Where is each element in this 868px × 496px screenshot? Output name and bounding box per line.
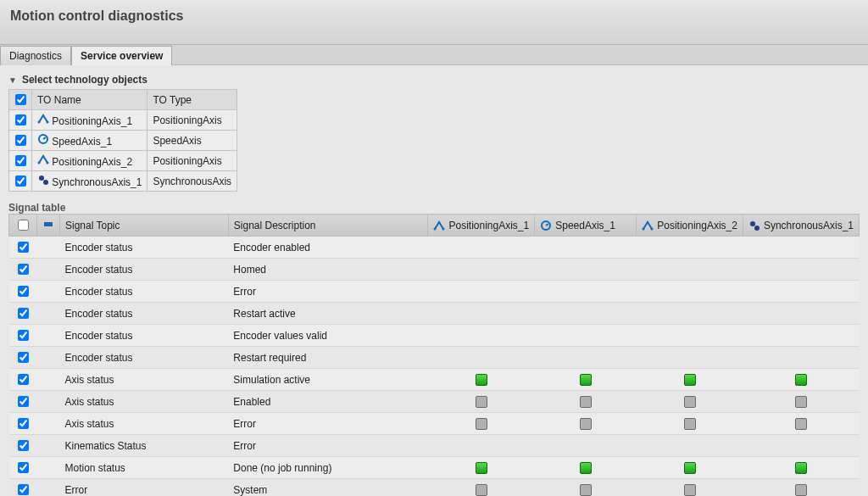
signal-desc-header[interactable]: Signal Description (228, 215, 428, 237)
axis-cell (637, 303, 743, 325)
signal-row-checkbox[interactable] (18, 396, 29, 407)
signal-row-checkbox[interactable] (18, 440, 29, 451)
to-name-cell: PositioningAxis_1 (32, 110, 147, 131)
signal-desc-cell: Error (228, 413, 428, 435)
signal-row-icon (37, 237, 60, 259)
to-type-header[interactable]: TO Type (147, 90, 237, 110)
signal-row-checkbox[interactable] (18, 418, 29, 429)
axis-type-icon (540, 220, 552, 231)
signal-row: Encoder statusRestart required (9, 347, 860, 369)
axis-col-0[interactable]: PositioningAxis_1 (428, 215, 535, 237)
signal-desc-cell: System (228, 479, 428, 497)
status-led-icon (684, 418, 696, 430)
signal-topic-cell: Axis status (60, 413, 229, 435)
signal-row-checkbox[interactable] (18, 308, 29, 319)
signal-row-checkbox[interactable] (18, 286, 29, 297)
signal-row: Encoder statusError (9, 281, 860, 303)
signal-topic-cell: Encoder status (60, 237, 229, 259)
axis-col-2[interactable]: PositioningAxis_2 (637, 215, 743, 237)
axis-cell (428, 325, 535, 347)
to-row-checkbox[interactable] (15, 114, 26, 125)
status-led-icon (580, 374, 592, 386)
axis-cell (743, 237, 859, 259)
to-header-row: TO Name TO Type (9, 90, 237, 110)
to-name-cell: SynchronousAxis_1 (32, 171, 147, 192)
status-led-icon (476, 374, 487, 386)
axis-cell (428, 347, 535, 369)
to-row[interactable]: SynchronousAxis_1SynchronousAxis (9, 171, 237, 192)
signal-row-checkbox[interactable] (18, 242, 29, 253)
axis-type-icon (37, 113, 49, 125)
signal-row-checkbox[interactable] (18, 330, 29, 341)
axis-cell (743, 391, 859, 413)
svg-rect-7 (44, 222, 53, 226)
axis-cell (637, 259, 743, 281)
axis-col-1[interactable]: SpeedAxis_1 (535, 215, 637, 237)
signal-row-checkbox[interactable] (18, 462, 29, 473)
axis-cell (637, 237, 743, 259)
status-led-icon (684, 462, 696, 474)
to-row[interactable]: PositioningAxis_1PositioningAxis (9, 110, 237, 131)
signal-topic-cell: Encoder status (60, 259, 229, 281)
signal-header-row: Signal Topic Signal Description Position… (9, 215, 860, 237)
axis-header-label: SpeedAxis_1 (555, 220, 615, 231)
to-name-cell: PositioningAxis_2 (32, 151, 147, 171)
signal-checkall-checkbox[interactable] (18, 220, 29, 231)
axis-cell (743, 457, 859, 479)
axis-cell (535, 347, 637, 369)
svg-point-0 (38, 121, 41, 124)
axis-cell (535, 435, 637, 457)
signal-desc-cell: Error (228, 435, 428, 457)
axis-header-label: PositioningAxis_1 (448, 220, 529, 231)
to-type-cell: SpeedAxis (147, 131, 237, 151)
axis-cell (535, 281, 637, 303)
signal-row-checkbox[interactable] (18, 484, 29, 495)
axis-header-label: PositioningAxis_2 (657, 220, 737, 231)
to-name-header[interactable]: TO Name (32, 90, 147, 110)
axis-cell (637, 435, 743, 457)
axis-cell (535, 413, 637, 435)
axis-cell (637, 391, 743, 413)
tab-diagnostics[interactable]: Diagnostics (0, 46, 71, 65)
axis-header-label: SynchronousAxis_1 (764, 220, 854, 231)
status-led-icon (580, 418, 592, 430)
tab-service-overview[interactable]: Service overview (71, 46, 172, 65)
axis-cell (743, 413, 859, 435)
status-led-icon (476, 484, 487, 496)
signal-topic-cell: Motion status (60, 457, 229, 479)
signal-desc-cell: Encoder enabled (228, 237, 428, 259)
to-row-checkbox[interactable] (15, 135, 26, 146)
signal-row-icon (37, 369, 60, 391)
to-row-checkbox[interactable] (15, 176, 26, 187)
to-row-checkbox[interactable] (15, 155, 26, 166)
status-led-icon (684, 396, 696, 408)
axis-cell (743, 281, 859, 303)
signal-topic-cell: Kinematics Status (60, 435, 229, 457)
status-led-icon (580, 462, 592, 474)
signal-desc-cell: Homed (228, 259, 428, 281)
axis-cell (637, 347, 743, 369)
signal-row-checkbox[interactable] (18, 264, 29, 275)
signal-row: Axis statusError (9, 413, 860, 435)
signal-row-checkbox[interactable] (18, 374, 29, 385)
signal-topic-header[interactable]: Signal Topic (60, 215, 229, 237)
signal-row-icon (37, 457, 60, 479)
select-to-section-header[interactable]: ▼ Select technology objects (8, 74, 860, 86)
axis-cell (535, 237, 637, 259)
to-type-cell: PositioningAxis (147, 151, 237, 171)
chevron-down-icon: ▼ (8, 75, 17, 85)
to-type-cell: PositioningAxis (147, 110, 237, 131)
to-checkall-checkbox[interactable] (15, 94, 26, 105)
to-row[interactable]: PositioningAxis_2PositioningAxis (9, 151, 237, 171)
status-led-icon (476, 418, 487, 430)
status-led-icon (795, 418, 807, 430)
axis-col-3[interactable]: SynchronousAxis_1 (743, 215, 859, 237)
to-row[interactable]: SpeedAxis_1SpeedAxis (9, 131, 237, 151)
axis-type-icon (37, 174, 49, 186)
axis-type-icon (37, 153, 49, 165)
axis-cell (743, 347, 859, 369)
signal-row-icon (37, 391, 60, 413)
axis-cell (535, 303, 637, 325)
signal-topic-icon-header (37, 215, 60, 237)
signal-row-checkbox[interactable] (18, 352, 29, 363)
